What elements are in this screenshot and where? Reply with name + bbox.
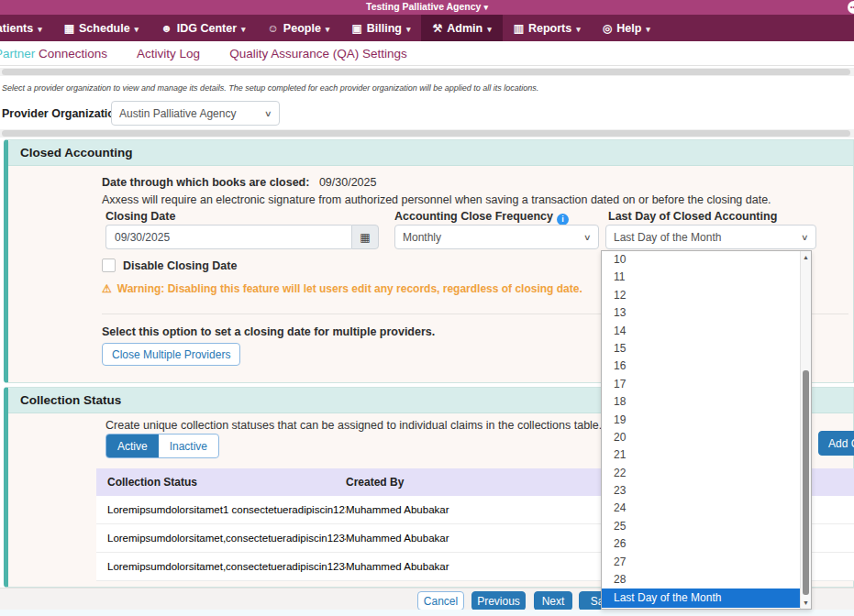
add-collection-status-button[interactable]: Add Collection Status: [818, 431, 854, 456]
column-header-status: Collection Status: [96, 476, 346, 489]
nav-item-label: Billing: [367, 22, 402, 35]
dropdown-option[interactable]: 17: [602, 376, 800, 393]
dropdown-option[interactable]: 10: [602, 251, 800, 269]
chevron-down-icon: [321, 22, 330, 35]
tab-activity-log[interactable]: Activity Log: [137, 47, 200, 60]
nav-item-icon: ▥: [514, 22, 524, 35]
closing-date-input[interactable]: [105, 225, 351, 249]
tab-qa-settings[interactable]: Quality Assurance (QA) Settings: [229, 47, 407, 60]
nav-menu-item[interactable]: ☻ IDG Center: [150, 15, 256, 41]
nav-item-label: Schedule: [79, 22, 130, 35]
chevron-down-icon: [237, 22, 246, 35]
scrollbar-thumb[interactable]: [2, 69, 850, 75]
nav-item-label: Reports: [528, 22, 571, 35]
dropdown-option[interactable]: 14: [602, 323, 800, 340]
horizontal-scrollbar[interactable]: [0, 68, 854, 76]
signature-note: Axxess will require an electronic signat…: [102, 193, 771, 206]
nav-item-label: IDG Center: [177, 22, 237, 35]
collection-status-description: Create unique collection statuses that c…: [105, 419, 602, 432]
chevron-down-icon: [402, 22, 411, 35]
dropdown-scrollbar[interactable]: ▲ ▼: [800, 251, 811, 609]
dropdown-option[interactable]: 12: [602, 287, 800, 304]
horizontal-scrollbar[interactable]: [0, 129, 854, 138]
tab-label: Partner: [0, 47, 35, 60]
closing-date-label: Closing Date: [105, 210, 175, 223]
agency-selector[interactable]: Testing Palliative Agency: [0, 1, 854, 12]
warning-icon: ⚠: [102, 282, 112, 295]
nav-item-icon: ▦: [64, 22, 74, 35]
nav-menu-item[interactable]: ⚒ Admin: [421, 15, 502, 41]
frequency-value: Monthly: [403, 231, 441, 244]
dropdown-option[interactable]: 15: [602, 340, 800, 358]
previous-button[interactable]: Previous: [471, 591, 526, 610]
cancel-button[interactable]: Cancel: [417, 591, 464, 610]
inactive-toggle[interactable]: Inactive: [159, 434, 218, 457]
scroll-down-icon[interactable]: ▼: [801, 598, 811, 608]
tab-partner-connections[interactable]: Partner Connections: [0, 47, 107, 60]
disable-warning: ⚠Warning: Disabling this feature will le…: [102, 282, 582, 295]
dropdown-option[interactable]: 25: [602, 518, 800, 535]
chevron-down-icon: [33, 22, 42, 35]
nav-item-icon: ⚒: [432, 22, 442, 35]
chevron-down-icon: [641, 22, 650, 35]
dropdown-option[interactable]: 20: [602, 429, 800, 446]
last-day-select[interactable]: Last Day of the Month: [605, 225, 816, 249]
nav-menu-item[interactable]: ▣ Billing: [340, 15, 421, 41]
chevron-down-icon: [130, 22, 139, 35]
dropdown-options: 10 11 12 13 14 15 16 17 18 19 20 21: [602, 251, 800, 609]
chevron-down-icon: [571, 22, 581, 35]
dropdown-option[interactable]: 18: [602, 393, 800, 411]
last-day-dropdown: 10 11 12 13 14 15 16 17 18 19 20 21: [601, 250, 812, 610]
provider-organization-select[interactable]: Austin Palliative Agency: [111, 101, 280, 126]
closed-accounting-header: Closed Accounting: [8, 140, 853, 166]
dropdown-option[interactable]: 13: [602, 304, 800, 322]
dropdown-option[interactable]: 22: [602, 465, 800, 482]
nav-menu-item[interactable]: ☺ People: [257, 15, 341, 41]
provider-organization-label: Provider Organization:: [2, 107, 126, 120]
frequency-select[interactable]: Monthly: [394, 225, 599, 249]
active-toggle[interactable]: Active: [106, 434, 159, 457]
provider-organization-value: Austin Palliative Agency: [119, 107, 236, 120]
books-closed-label: Date through which books are closed:: [102, 176, 309, 189]
scroll-up-icon[interactable]: ▲: [801, 252, 811, 262]
nav-item-label: People: [283, 22, 321, 35]
nav-menu-item[interactable]: ◎ Help: [592, 15, 661, 41]
scrollbar-thumb[interactable]: [2, 130, 850, 137]
agency-name: Testing Palliative Agency: [366, 1, 481, 12]
nav-menu-item[interactable]: ⚕ Patients: [0, 15, 53, 41]
dropdown-option[interactable]: 19: [602, 412, 800, 429]
status-cell: Loremipsumdolorsitamet,consectetueradipi…: [96, 561, 346, 572]
nav-menu-item[interactable]: ▦ Schedule: [53, 15, 150, 41]
nav-menu-item[interactable]: ▥ Reports: [503, 15, 592, 41]
multi-provider-note: Select this option to set a closing date…: [102, 325, 435, 338]
disable-closing-date-label: Disable Closing Date: [123, 259, 237, 272]
dropdown-option[interactable]: 26: [602, 535, 800, 553]
warning-text: Warning: Disabling this feature will let…: [117, 282, 582, 295]
nav-menu: ⚕ Patients ▦ Schedule ☻ IDG Center: [0, 15, 854, 41]
dropdown-option[interactable]: 11: [602, 269, 800, 286]
closing-date-field: ▦: [105, 225, 379, 249]
scrollbar-thumb[interactable]: [803, 370, 809, 595]
dropdown-option[interactable]: 23: [602, 482, 800, 500]
chat-bubble-icon[interactable]: •••: [848, 1, 854, 14]
nav-item-icon: ▣: [351, 22, 361, 35]
dropdown-option[interactable]: 16: [602, 358, 800, 375]
chevron-down-icon: [481, 1, 488, 12]
close-multiple-providers-button[interactable]: Close Multiple Providers: [102, 343, 240, 366]
nav-item-label: Admin: [447, 22, 482, 35]
main-navbar: ⚕ Patients ▦ Schedule ☻ IDG Center: [0, 15, 854, 41]
status-filter-toggle: Active Inactive: [105, 434, 219, 458]
last-day-label: Last Day of Closed Accounting: [608, 210, 777, 223]
dropdown-option[interactable]: 27: [602, 554, 800, 571]
dropdown-option[interactable]: 28: [602, 571, 800, 588]
tab-label: Connections: [35, 47, 107, 60]
disable-closing-date-checkbox[interactable]: [102, 258, 116, 272]
calendar-icon[interactable]: ▦: [351, 225, 379, 249]
dropdown-option[interactable]: 21: [602, 446, 800, 464]
dropdown-option[interactable]: Last Day of the Month: [602, 588, 800, 608]
bottom-strip: [0, 610, 854, 616]
dropdown-option[interactable]: 24: [602, 500, 800, 517]
next-button[interactable]: Next: [534, 591, 572, 610]
last-day-value: Last Day of the Month: [614, 231, 721, 244]
settings-tabs: Partner Connections Activity Log Quality…: [0, 41, 854, 66]
